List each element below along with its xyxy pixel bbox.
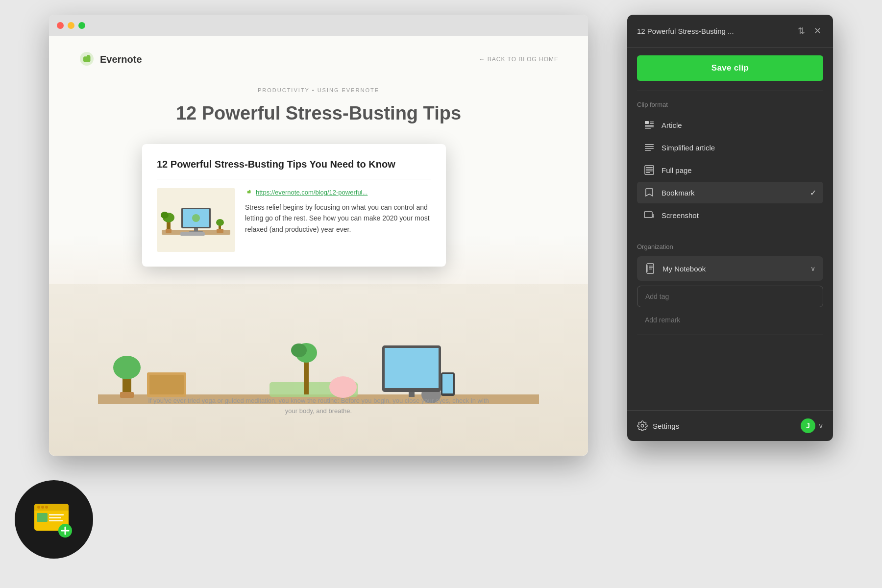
svg-rect-49 xyxy=(646,172,650,173)
settings-icon xyxy=(637,420,648,431)
clipper-addon-icon xyxy=(32,501,76,538)
preview-image xyxy=(157,188,235,252)
notebook-select[interactable]: My Notebook ∨ xyxy=(637,256,823,281)
svg-rect-53 xyxy=(647,264,654,273)
svg-rect-44 xyxy=(645,150,651,151)
browser-window: Evernote ← BACK TO BLOG HOME PRODUCTIVIT… xyxy=(49,15,588,456)
svg-rect-67 xyxy=(49,517,61,518)
svg-rect-39 xyxy=(645,126,654,127)
clipper-controls: ⇅ ✕ xyxy=(796,24,823,38)
clip-format-section: Clip format Article xyxy=(627,93,833,231)
back-link[interactable]: ← BACK TO BLOG HOME xyxy=(479,56,559,63)
format-item-article-left: Article xyxy=(644,120,682,130)
evernote-logo: Evernote xyxy=(78,51,142,68)
bottom-left-icon-container xyxy=(15,480,93,559)
svg-point-21 xyxy=(349,381,355,387)
blog-category: PRODUCTIVITY • USING EVERNOTE xyxy=(78,87,559,93)
format-label-bookmark: Bookmark xyxy=(662,189,695,197)
evernote-logo-text: Evernote xyxy=(100,54,142,65)
user-chevron-icon[interactable]: ∨ xyxy=(818,422,823,430)
format-label-article: Article xyxy=(662,121,682,129)
blog-header: Evernote ← BACK TO BLOG HOME xyxy=(78,51,559,68)
preview-thumbnail xyxy=(157,188,235,252)
format-item-article[interactable]: Article xyxy=(637,114,823,136)
evernote-url-icon xyxy=(245,188,253,196)
settings-button[interactable]: Settings xyxy=(637,420,679,431)
preview-card: 12 Powerful Stress-Busting Tips You Need… xyxy=(142,144,446,267)
preview-url: https://evernote.com/blog/12-powerful... xyxy=(245,188,431,196)
format-label-simplified-article: Simplified article xyxy=(662,144,715,152)
blog-footer-text: If you've ever tried yoga or guided medi… xyxy=(147,396,490,416)
svg-rect-54 xyxy=(646,265,648,272)
sort-icon[interactable]: ⇅ xyxy=(796,24,807,38)
traffic-light-red[interactable] xyxy=(57,22,64,29)
svg-rect-25 xyxy=(304,360,309,394)
divider-3 xyxy=(637,335,823,335)
svg-rect-41 xyxy=(645,144,654,145)
format-label-full-page: Full page xyxy=(662,166,692,174)
svg-rect-29 xyxy=(442,374,453,393)
divider-2 xyxy=(637,233,823,233)
svg-point-64 xyxy=(45,506,48,509)
clipper-title: 12 Powerful Stress-Busting ... xyxy=(637,27,790,35)
svg-rect-47 xyxy=(646,169,653,170)
svg-rect-40 xyxy=(645,128,651,129)
organization-label: Organization xyxy=(637,243,823,250)
svg-rect-34 xyxy=(120,392,134,398)
bookmark-icon xyxy=(644,187,655,198)
svg-rect-43 xyxy=(645,148,654,149)
notebook-select-left: My Notebook xyxy=(645,263,706,274)
desk-illustration-svg xyxy=(49,296,588,443)
svg-point-63 xyxy=(41,506,44,509)
preview-url-text[interactable]: https://evernote.com/blog/12-powerful... xyxy=(256,189,368,196)
format-item-full-page-left: Full page xyxy=(644,165,692,175)
screenshot-icon xyxy=(644,210,655,220)
svg-rect-10 xyxy=(180,232,205,236)
format-item-screenshot[interactable]: Screenshot xyxy=(637,204,823,226)
evernote-logo-icon xyxy=(78,51,95,68)
traffic-light-green[interactable] xyxy=(78,22,85,29)
svg-point-20 xyxy=(329,376,357,398)
preview-text-area: https://evernote.com/blog/12-powerful...… xyxy=(245,188,431,252)
organization-section: Organization My Notebook ∨ xyxy=(627,235,833,333)
format-item-simplified-article[interactable]: Simplified article xyxy=(637,137,823,158)
format-item-screenshot-left: Screenshot xyxy=(644,210,699,220)
simplified-article-icon xyxy=(644,142,655,153)
traffic-light-yellow[interactable] xyxy=(68,22,74,29)
preview-description: Stress relief begins by focusing on what… xyxy=(245,202,431,235)
clipper-titlebar: 12 Powerful Stress-Busting ... ⇅ ✕ xyxy=(627,15,833,48)
browser-titlebar xyxy=(49,15,588,36)
svg-rect-45 xyxy=(645,166,654,174)
bookmark-check-icon: ✓ xyxy=(810,188,816,197)
svg-rect-46 xyxy=(646,167,653,168)
clip-format-label: Clip format xyxy=(637,101,823,108)
user-controls: J ∨ xyxy=(801,418,823,433)
svg-point-8 xyxy=(161,212,169,219)
notebook-label: My Notebook xyxy=(662,265,706,273)
svg-rect-66 xyxy=(49,514,64,515)
format-item-bookmark[interactable]: Bookmark ✓ xyxy=(637,182,823,203)
svg-point-13 xyxy=(216,219,224,226)
clipper-panel: 12 Powerful Stress-Busting ... ⇅ ✕ Save … xyxy=(627,15,833,441)
svg-rect-14 xyxy=(217,229,223,233)
blog-title: 12 Powerful Stress-Busting Tips xyxy=(78,103,559,124)
settings-label: Settings xyxy=(653,422,679,430)
svg-rect-65 xyxy=(37,513,48,522)
format-label-screenshot: Screenshot xyxy=(662,211,699,220)
format-item-full-page[interactable]: Full page xyxy=(637,159,823,181)
svg-point-33 xyxy=(113,356,141,379)
browser-content: Evernote ← BACK TO BLOG HOME PRODUCTIVIT… xyxy=(49,36,588,456)
svg-rect-68 xyxy=(49,520,63,521)
save-clip-button[interactable]: Save clip xyxy=(637,55,823,81)
article-icon xyxy=(644,120,655,130)
remark-input[interactable] xyxy=(637,311,823,329)
tag-input[interactable] xyxy=(637,286,823,307)
close-icon[interactable]: ✕ xyxy=(812,24,823,38)
clipper-footer: Settings J ∨ xyxy=(627,410,833,441)
user-avatar[interactable]: J xyxy=(801,418,815,433)
format-item-simplified-left: Simplified article xyxy=(644,142,715,153)
svg-rect-42 xyxy=(645,146,654,147)
svg-point-62 xyxy=(37,506,40,509)
blog-illustration xyxy=(49,235,588,456)
svg-point-58 xyxy=(641,424,644,427)
